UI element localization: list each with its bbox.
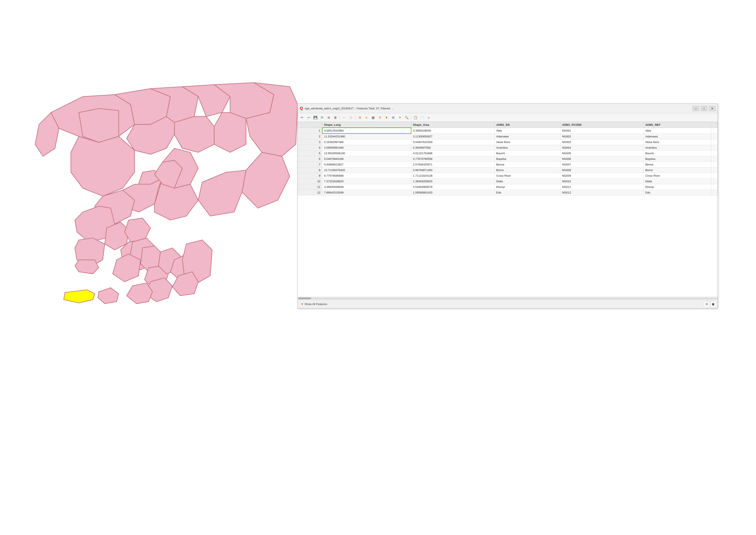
table-row[interactable]: 98.779795856881.71121824138Cross RiverNG…: [298, 173, 717, 179]
cell-shape-area: 0.77676790558: [411, 156, 494, 162]
col-adm1-ref[interactable]: ADM1_REF: [643, 122, 711, 128]
select-button[interactable]: 🖰: [377, 115, 383, 121]
table-header-row: Shape_Leng Shape_Area ADM1_EN ADM1_PCODE…: [298, 122, 717, 128]
window-title: nga_admbnda_adm1_osgof_20190417 :: Featu…: [305, 107, 394, 110]
save-button[interactable]: 💾: [312, 115, 318, 121]
table-row[interactable]: 211.525442519603.11300650927AdamawaNG002…: [298, 133, 717, 139]
edit-button[interactable]: ✏: [299, 115, 305, 121]
cell-pad: [711, 145, 717, 151]
cell-shape-leng: 8.77979585688: [322, 173, 411, 179]
copy2-button[interactable]: 📋: [412, 115, 418, 121]
filter-button[interactable]: ▼: [384, 115, 390, 121]
cell-adm1-en: Anambra: [495, 145, 560, 151]
cell-shape-leng: 7.37252638825: [322, 179, 411, 184]
hscroll-thumb[interactable]: [298, 297, 311, 299]
cell-shape-leng: 5.04670844166: [322, 156, 411, 162]
back-button[interactable]: ←: [341, 115, 347, 121]
bottom-bar: ▼ Show All Features ⊡ ▦: [298, 300, 717, 308]
row-number: 5: [298, 151, 322, 156]
cell-shape-leng: 4.48935508939: [322, 184, 411, 190]
pan-to-selection-button[interactable]: ✦: [397, 115, 403, 121]
table-row[interactable]: 107.372526388251.39408200625DeltaNG010De…: [298, 179, 717, 184]
cell-shape-leng: 7.88942515099: [322, 190, 411, 195]
col-adm1-en[interactable]: ADM1_EN: [495, 122, 560, 128]
cell-pad: [711, 139, 717, 145]
cell-adm1-pcode: NG002: [560, 133, 643, 139]
bottom-right-icons: ⊡ ▦: [704, 301, 716, 307]
cell-adm1-ref: Bayelsa: [643, 156, 711, 162]
cell-adm1-en: Ebonyi: [495, 184, 560, 190]
hscroll-track: [298, 297, 717, 299]
cell-shape-leng: 5.26382997466: [322, 139, 411, 145]
cell-adm1-en: Delta: [495, 179, 560, 184]
cell-adm1-pcode: NG003: [560, 139, 643, 145]
horizontal-scrollbar[interactable]: [298, 296, 717, 300]
table-button[interactable]: ≡: [364, 115, 369, 121]
cell-shape-leng: 13.71436376420: [322, 167, 411, 173]
paste-button[interactable]: 📄: [419, 115, 425, 121]
table-row[interactable]: 127.889425150991.59580861420EdoNG012Edo: [298, 190, 717, 195]
table-row[interactable]: 813.714363764205.98784871460BornoNG008Bo…: [298, 167, 717, 173]
filter-icon: ▼: [301, 302, 304, 306]
zoom-to-selection-button[interactable]: 🔍: [404, 115, 410, 121]
table-row[interactable]: 114.489355089390.51804959578EbonyiNG011E…: [298, 184, 717, 190]
cell-adm1-en: Adamawa: [495, 133, 560, 139]
table-scroll-area[interactable]: Shape_Leng Shape_Area ADM1_EN ADM1_PCODE…: [298, 122, 717, 296]
row-number: 9: [298, 173, 322, 179]
refresh-button[interactable]: ⟳: [319, 115, 325, 121]
table-row[interactable]: 65.046708441660.77676790558BayelsaNG006B…: [298, 156, 717, 162]
cell-pad: [711, 128, 717, 133]
cell-shape-area: 1.39408200625: [411, 179, 494, 184]
attribute-table-window: Q nga_admbnda_adm1_osgof_20190417 :: Fea…: [297, 103, 718, 308]
cell-pad: [711, 190, 717, 195]
cell-adm1-pcode: NG009: [560, 173, 643, 179]
cell-adm1-ref: Abia: [643, 128, 711, 133]
more-button[interactable]: »: [426, 115, 432, 121]
cell-adm1-en: Cross River: [495, 173, 560, 179]
cell-shape-area: 2.57836325971: [411, 162, 494, 167]
clipboard-button[interactable]: □: [348, 115, 354, 121]
table-row[interactable]: 43.595959814800.3926607592AnambraNG004An…: [298, 145, 717, 151]
cell-shape-leng: 11.52544251960: [322, 133, 411, 139]
nigeria-map: [13, 65, 304, 324]
row-number: 11: [298, 184, 322, 190]
row-number: 6: [298, 156, 322, 162]
col-shape-leng[interactable]: Shape_Leng: [322, 122, 411, 128]
dock-icon[interactable]: ▦: [710, 301, 716, 307]
window-controls: — □ ✕: [693, 106, 716, 111]
table-row[interactable]: 513.952005061004.01101753486BauchiNG005B…: [298, 151, 717, 156]
undo-button[interactable]: ↩: [306, 115, 312, 121]
row-number: 8: [298, 167, 322, 173]
table-body: 14.695135429840.3965429048AbiaNG001Abia2…: [298, 128, 717, 195]
cell-adm1-pcode: NG012: [560, 190, 643, 195]
table-row[interactable]: 14.695135429840.3965429048AbiaNG001Abia: [298, 128, 717, 133]
cell-shape-leng: 13.95200506100: [322, 151, 411, 156]
expand-icon[interactable]: ⊡: [704, 301, 710, 307]
cell-pad: [711, 151, 717, 156]
cell-adm1-ref: Edo: [643, 190, 711, 195]
cell-shape-area: 0.3926607592: [411, 145, 494, 151]
row-number: 7: [298, 162, 322, 167]
cell-shape-area: 1.71121824138: [411, 173, 494, 179]
delete-button[interactable]: 🗑: [333, 115, 338, 121]
cell-shape-area: 0.3965429048: [411, 128, 494, 133]
copy-button[interactable]: ⧉: [326, 115, 332, 121]
show-all-features-button[interactable]: ▼ Show All Features: [299, 302, 329, 306]
cell-adm1-pcode: NG001: [560, 128, 643, 133]
cell-pad: [711, 162, 717, 167]
close-button[interactable]: ✕: [709, 106, 716, 111]
cell-shape-leng: 9.40808023627: [322, 162, 411, 167]
field-calc-button[interactable]: ⚙: [357, 115, 363, 121]
map-panel: [13, 65, 304, 324]
cell-shape-area: 1.59580861420: [411, 190, 494, 195]
col-shape-area[interactable]: Shape_Area: [411, 122, 494, 128]
maximize-button[interactable]: □: [701, 106, 707, 111]
col-adm1-pcode[interactable]: ADM1_PCODE: [560, 122, 643, 128]
form-button[interactable]: ▦: [370, 115, 376, 121]
table-row[interactable]: 35.263829974660.54947615359Akwa IbomNG00…: [298, 139, 717, 145]
table-row[interactable]: 79.408080236272.57836325971BenueNG007Ben…: [298, 162, 717, 167]
highlighted-region: [64, 290, 95, 303]
move-selection-button[interactable]: ⊞: [390, 115, 396, 121]
minimize-button[interactable]: —: [693, 106, 699, 111]
row-number: 2: [298, 133, 322, 139]
